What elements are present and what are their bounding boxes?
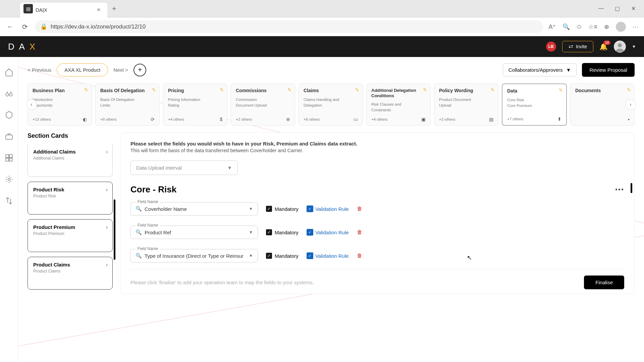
svg-point-1	[9, 93, 12, 96]
browser-tab[interactable]: A DA|X ×	[20, 3, 107, 17]
upload-icon: ⬆	[557, 116, 561, 122]
section-card-product-risk[interactable]: Product Risk Product Risk ›	[28, 182, 113, 215]
lock-icon: 🔒	[40, 23, 47, 30]
notifications-icon[interactable]: 🔔 18	[599, 43, 608, 51]
minimize-icon[interactable]: —	[597, 5, 605, 12]
gear-icon[interactable]	[4, 174, 14, 184]
mandatory-checkbox[interactable]: ✓ Mandatory	[266, 253, 299, 259]
delete-icon[interactable]: 🗑	[357, 206, 362, 212]
carousel-card-basis-delegation[interactable]: ✎ Basis Of Delegation Basis Of Delegatio…	[95, 83, 160, 126]
tab-actions-icon[interactable]: ▤	[23, 4, 33, 13]
delete-icon[interactable]: 🗑	[357, 229, 362, 235]
section-card-product-premium[interactable]: Product Premium Product Premium ›	[28, 219, 113, 252]
section-cards-heading: Section Cards	[28, 132, 113, 139]
carousel-card-commissions[interactable]: ✎ Commissions CommissionDocument Upload …	[231, 83, 295, 126]
edit-icon[interactable]: ✎	[287, 87, 291, 93]
invite-button[interactable]: ⮂ Invite	[562, 41, 593, 52]
binoculars-icon[interactable]	[4, 88, 14, 99]
chevron-right-icon: ›	[106, 224, 108, 230]
field-name-select[interactable]: Field Name 🔍 Product Ref ▼	[130, 226, 258, 239]
carousel-card-additional-delegation[interactable]: ✎ Additional Delegation Conditions Risk …	[366, 83, 431, 126]
refresh-icon[interactable]: ⟳	[20, 23, 30, 31]
collaborators-dropdown[interactable]: Collaborators/Approvers ▼	[503, 63, 577, 76]
close-tab-icon[interactable]: ×	[95, 6, 102, 13]
home-icon[interactable]	[4, 67, 14, 77]
section-carousel: ‹ › ✎ Business Plan IntroductionOpportun…	[28, 83, 635, 126]
favorites-bar-icon[interactable]: ☆≡	[588, 23, 597, 31]
close-window-icon[interactable]: ✕	[629, 5, 637, 12]
validation-rule-link[interactable]: ✓ Validation Rule	[307, 205, 349, 212]
section-card-additional-claims[interactable]: Additional Claims Additional Claims ›	[28, 144, 113, 177]
chevron-down-icon: ▼	[566, 67, 571, 73]
edit-icon[interactable]: ✎	[491, 87, 495, 93]
shield-check-icon: ✓	[307, 252, 313, 259]
shield-check-icon: ✓	[307, 229, 313, 236]
form-intro-bold: Please select the fields you would wish …	[130, 141, 357, 146]
section-card-product-claims[interactable]: Product Claims Product Claims ›	[28, 257, 113, 290]
add-button[interactable]: +	[133, 64, 146, 76]
data-upload-interval-select[interactable]: Data Upload interval ▼	[130, 161, 238, 175]
field-name-select[interactable]: Field Name 🔍 Type of Insurance (Direct o…	[130, 249, 258, 262]
carousel-card-business-plan[interactable]: ✎ Business Plan IntroductionOpportunity …	[28, 83, 92, 126]
svg-point-7	[8, 178, 10, 181]
finalise-button[interactable]: Finalise	[584, 276, 624, 289]
carousel-prev-icon[interactable]: ‹	[26, 99, 37, 110]
avatar[interactable]	[614, 41, 626, 53]
checkbox-checked-icon: ✓	[266, 206, 272, 212]
mandatory-checkbox[interactable]: ✓ Mandatory	[266, 229, 299, 235]
new-tab-button[interactable]: +	[107, 4, 121, 13]
form-area: Please select the fields you would wish …	[120, 132, 635, 294]
user-initials-badge[interactable]: LB	[546, 42, 556, 52]
core-risk-title: Core - Risk	[130, 184, 176, 195]
more-options-icon[interactable]: •••	[615, 186, 624, 193]
url-input[interactable]: 🔒 https://dev.da-x.io/zone/product/12/10	[35, 20, 543, 33]
grid-icon[interactable]	[4, 153, 14, 163]
carousel-next-icon[interactable]: ›	[625, 99, 636, 110]
dax-logo[interactable]: D A X	[8, 42, 37, 52]
search-icon: 🔍	[136, 253, 142, 259]
carousel-card-pricing[interactable]: ✎ Pricing Pricing InformationRating +4 o…	[163, 83, 227, 126]
carousel-card-claims[interactable]: ✎ Claims Claims Handling andDelegation +…	[299, 83, 363, 126]
maximize-icon[interactable]: ▢	[613, 5, 621, 12]
next-link[interactable]: Next >	[113, 67, 128, 73]
transfer-icon[interactable]	[4, 196, 14, 206]
edit-icon[interactable]: ✎	[559, 87, 563, 93]
briefcase-icon[interactable]	[4, 131, 14, 141]
field-name-select[interactable]: Field Name 🔍 Coverholder Name ▼	[130, 202, 258, 216]
edit-icon[interactable]: ✎	[423, 87, 427, 93]
edit-icon[interactable]: ✎	[355, 87, 359, 93]
doc-icon: ▤	[489, 117, 493, 122]
dollar-icon: $	[220, 117, 222, 122]
hexagon-icon[interactable]	[4, 110, 14, 120]
read-aloud-icon[interactable]: A⁺	[548, 23, 556, 31]
browser-menu-icon[interactable]: ⋯	[633, 23, 639, 31]
mandatory-checkbox[interactable]: ✓ Mandatory	[266, 206, 299, 212]
zoom-icon[interactable]: 🔍	[562, 23, 570, 31]
carousel-card-data[interactable]: ✎ Data Core RiskCore Premium +7 others⬆	[502, 83, 567, 126]
tab-title: DA|X	[36, 7, 92, 13]
section-scrollbar[interactable]	[114, 199, 115, 260]
carousel-card-policy-wording[interactable]: ✎ Policy Wording Product DocumentUpload …	[434, 83, 498, 126]
form-scrollbar[interactable]	[631, 183, 632, 193]
review-proposal-button[interactable]: Review Proposal	[582, 63, 635, 77]
browser-profile-icon[interactable]	[616, 22, 626, 32]
profile-menu-caret-icon[interactable]: ▼	[632, 44, 636, 49]
svg-rect-5	[6, 158, 9, 161]
validation-rule-link[interactable]: ✓ Validation Rule	[307, 252, 349, 259]
section-cards-panel: Section Cards Additional Claims Addition…	[28, 132, 113, 294]
edit-icon[interactable]: ✎	[220, 87, 224, 93]
search-icon: 🔍	[136, 229, 142, 235]
edit-icon[interactable]: ✎	[84, 87, 88, 93]
validation-rule-link[interactable]: ✓ Validation Rule	[307, 229, 349, 236]
delete-icon[interactable]: 🗑	[357, 253, 362, 259]
product-name-pill[interactable]: AXA XL Product	[57, 63, 108, 76]
collections-icon[interactable]: ⊕	[604, 23, 609, 31]
back-icon[interactable]: ←	[5, 23, 15, 31]
coin-icon: ⊛	[286, 117, 290, 122]
browser-address-bar: ← ⟳ 🔒 https://dev.da-x.io/zone/product/1…	[0, 17, 644, 36]
favorite-icon[interactable]: ✩	[577, 23, 582, 31]
edit-icon[interactable]: ✎	[627, 87, 631, 93]
edit-icon[interactable]: ✎	[152, 87, 156, 93]
previous-link[interactable]: < Previous	[28, 67, 51, 73]
chevron-right-icon: ›	[106, 149, 108, 155]
